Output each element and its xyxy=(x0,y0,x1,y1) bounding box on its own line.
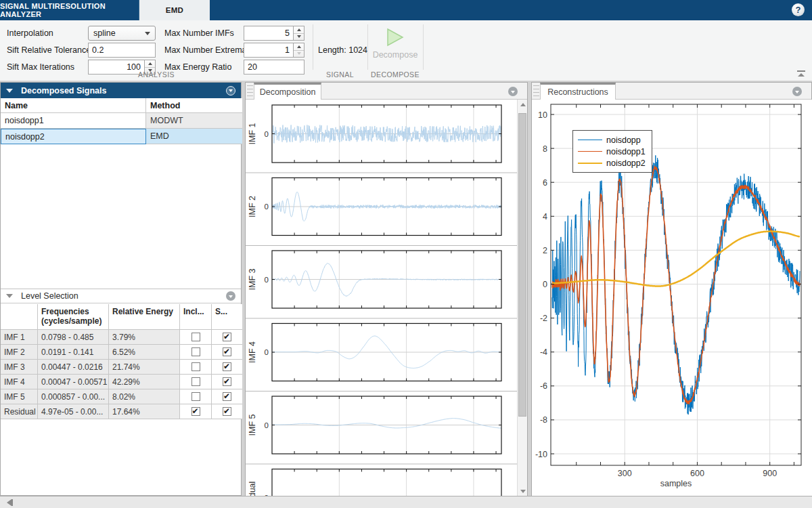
signal-method-cell[interactable]: MODWT xyxy=(146,113,242,129)
collapse-toolstrip-icon[interactable] xyxy=(797,70,805,77)
svg-text:samples: samples xyxy=(660,479,692,488)
show-cell xyxy=(212,330,242,345)
include-checkbox[interactable] xyxy=(191,333,200,341)
column-header-blank xyxy=(1,304,38,330)
include-checkbox[interactable] xyxy=(191,377,200,386)
column-header-show[interactable]: S... xyxy=(212,304,242,330)
svg-text:IMF 3: IMF 3 xyxy=(248,268,257,290)
max-imfs-field[interactable] xyxy=(244,26,293,41)
tab-reconstructions[interactable]: Reconstructions xyxy=(540,83,616,100)
scroll-down-icon[interactable] xyxy=(518,486,528,496)
level-row[interactable]: Residual4.97e-05 - 0.00...17.64% xyxy=(1,404,242,419)
show-checkbox[interactable] xyxy=(223,347,231,356)
show-cell xyxy=(212,375,242,389)
svg-text:IMF 5: IMF 5 xyxy=(248,414,257,436)
table-header-row: Frequencies (cycles/sample) Relative Ene… xyxy=(1,304,242,330)
panel-menu-icon[interactable] xyxy=(792,87,802,96)
panel-menu-icon[interactable] xyxy=(226,291,235,301)
level-selection-table: Frequencies (cycles/sample) Relative Ene… xyxy=(1,304,242,419)
svg-text:-2: -2 xyxy=(540,314,547,323)
plot-legend[interactable]: noisdoppnoisdopp1noisdopp2 xyxy=(572,130,652,173)
sift-tolerance-label: Sift Relative Tolerance xyxy=(7,43,91,58)
help-icon[interactable]: ? xyxy=(792,3,805,16)
panel-grip-icon[interactable] xyxy=(247,85,253,96)
level-energy-cell: 8.02% xyxy=(109,389,180,404)
level-row[interactable]: IMF 20.0191 - 0.1416.52% xyxy=(1,345,242,360)
decompose-section-label: DECOMPOSE xyxy=(367,70,423,79)
signal-row[interactable]: noisdopp1MODWT xyxy=(1,113,242,129)
include-cell xyxy=(180,330,212,345)
tab-decomposition[interactable]: Decomposition xyxy=(254,83,321,100)
panel-menu-icon[interactable] xyxy=(226,86,235,96)
svg-text:-6: -6 xyxy=(540,381,547,391)
decompose-button[interactable]: Decompose xyxy=(367,24,423,76)
spin-down-icon[interactable] xyxy=(294,50,304,58)
level-frequencies-cell: 0.000857 - 0.00... xyxy=(38,389,109,404)
signal-row[interactable]: noisdopp2EMD xyxy=(1,129,242,144)
svg-text:0: 0 xyxy=(265,421,269,429)
level-frequencies-cell: 4.97e-05 - 0.00... xyxy=(38,404,109,419)
level-selection-header[interactable]: Level Selection xyxy=(1,289,241,303)
legend-label: noisdopp xyxy=(606,135,641,145)
decomposed-signals-header[interactable]: Decomposed Signals xyxy=(1,83,241,98)
show-cell xyxy=(212,360,242,375)
level-frequencies-cell: 0.0191 - 0.141 xyxy=(38,345,109,360)
column-header-include[interactable]: Incl... xyxy=(180,304,212,330)
scrollbar-thumb[interactable] xyxy=(518,113,526,417)
svg-text:300: 300 xyxy=(618,469,632,478)
show-cell xyxy=(212,345,242,360)
column-header-frequencies[interactable]: Frequencies (cycles/sample) xyxy=(38,304,109,330)
legend-entry: noisdopp xyxy=(578,134,646,146)
collapse-left-panel-icon[interactable] xyxy=(7,499,13,506)
show-checkbox[interactable] xyxy=(223,392,231,401)
svg-text:0: 0 xyxy=(265,203,269,211)
decomposition-plots: IMF 10IMF 20IMF 30IMF 40IMF 50Residual0 xyxy=(246,100,518,496)
level-row[interactable]: IMF 30.00447 - 0.021621.74% xyxy=(1,360,242,375)
column-header-method[interactable]: Method xyxy=(146,98,242,113)
spin-up-icon[interactable] xyxy=(145,60,155,67)
show-checkbox[interactable] xyxy=(223,362,231,371)
level-row[interactable]: IMF 10.0798 - 0.4853.79% xyxy=(1,330,242,345)
interpolation-dropdown[interactable]: spline xyxy=(88,26,156,41)
tab-app-name[interactable]: SIGNAL MULTIRESOLUTION ANALYZER xyxy=(0,0,139,20)
panel-menu-icon[interactable] xyxy=(508,87,518,96)
legend-entry: noisdopp1 xyxy=(578,146,646,157)
spin-up-icon[interactable] xyxy=(294,26,304,33)
svg-text:-4: -4 xyxy=(540,347,547,357)
collapse-panel-icon[interactable] xyxy=(6,294,13,298)
vertical-scrollbar[interactable] xyxy=(517,100,527,496)
level-row[interactable]: IMF 40.00047 - 0.0057142.29% xyxy=(1,375,242,389)
legend-line-sample xyxy=(578,163,602,164)
spin-up-icon[interactable] xyxy=(294,43,304,50)
show-checkbox[interactable] xyxy=(223,333,231,341)
collapse-panel-icon[interactable] xyxy=(6,89,13,93)
column-header-name[interactable]: Name xyxy=(1,98,146,113)
legend-label: noisdopp2 xyxy=(606,158,646,168)
include-checkbox[interactable] xyxy=(191,407,200,416)
show-cell xyxy=(212,389,242,404)
signal-name-cell[interactable]: noisdopp2 xyxy=(1,129,146,144)
max-extrema-field[interactable] xyxy=(244,43,293,58)
show-checkbox[interactable] xyxy=(223,407,231,416)
include-checkbox[interactable] xyxy=(191,362,200,371)
titlebar: SIGNAL MULTIRESOLUTION ANALYZER EMD ? xyxy=(0,0,812,20)
include-checkbox[interactable] xyxy=(191,347,200,356)
column-header-energy[interactable]: Relative Energy xyxy=(109,304,180,330)
signal-name-cell[interactable]: noisdopp1 xyxy=(1,113,146,129)
chevron-down-icon xyxy=(145,32,150,35)
play-icon xyxy=(386,28,404,47)
svg-text:IMF 2: IMF 2 xyxy=(248,196,257,217)
show-checkbox[interactable] xyxy=(223,377,231,386)
decomposed-signals-title: Decomposed Signals xyxy=(21,86,106,96)
sift-tolerance-field[interactable] xyxy=(88,43,156,58)
include-checkbox[interactable] xyxy=(191,392,200,401)
signal-method-cell[interactable]: EMD xyxy=(146,129,242,144)
svg-text:-8: -8 xyxy=(540,415,547,425)
tab-emd[interactable]: EMD xyxy=(139,0,210,20)
spin-down-icon[interactable] xyxy=(294,33,304,41)
level-row[interactable]: IMF 50.000857 - 0.00...8.02% xyxy=(1,389,242,404)
panel-grip-icon[interactable] xyxy=(533,85,539,96)
scroll-up-icon[interactable] xyxy=(518,100,528,110)
svg-text:10: 10 xyxy=(538,110,547,120)
level-energy-cell: 6.52% xyxy=(109,345,180,360)
